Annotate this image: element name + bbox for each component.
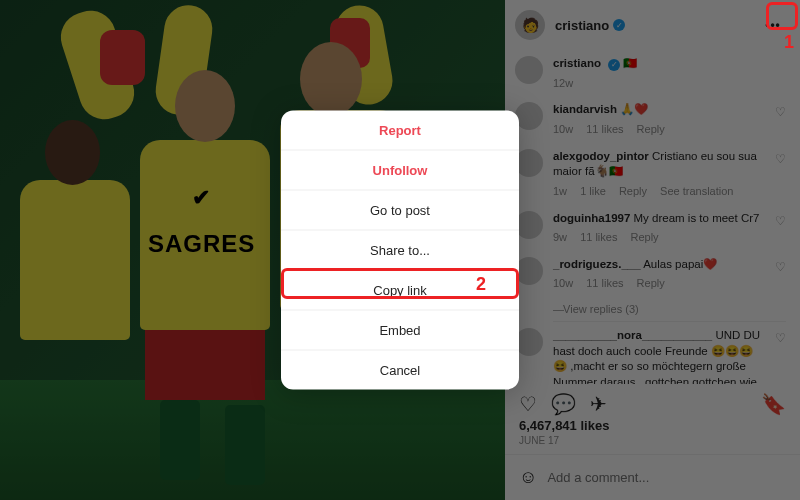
modal-go-to-post-button[interactable]: Go to post xyxy=(281,190,519,230)
modal-share-to-button[interactable]: Share to... xyxy=(281,230,519,270)
options-modal: Report Unfollow Go to post Share to... C… xyxy=(281,111,519,390)
modal-report-button[interactable]: Report xyxy=(281,111,519,150)
modal-cancel-button[interactable]: Cancel xyxy=(281,350,519,390)
modal-copy-link-button[interactable]: Copy link xyxy=(281,270,519,310)
modal-embed-button[interactable]: Embed xyxy=(281,310,519,350)
modal-unfollow-button[interactable]: Unfollow xyxy=(281,150,519,190)
